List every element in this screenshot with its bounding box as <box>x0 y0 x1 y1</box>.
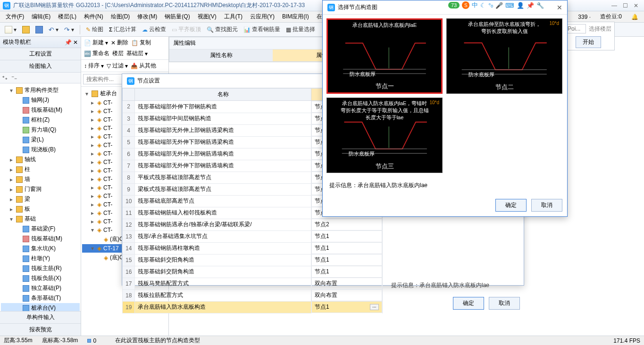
pin-icon[interactable]: 📌 <box>527 2 534 9</box>
tree-node[interactable]: ▸门窗洞 <box>1 184 80 194</box>
tree-node[interactable]: 轴网(J) <box>1 95 80 105</box>
find-element-button[interactable]: 🔍 查找图元 <box>205 25 240 34</box>
select-ok-button[interactable]: 确定 <box>495 199 527 212</box>
user-icon[interactable]: 👤 <box>517 2 524 9</box>
select-floor-link[interactable]: 选择楼层 <box>589 25 611 33</box>
quick-search-go[interactable]: 开始 <box>576 36 601 48</box>
tree-node[interactable]: ▸墙 <box>1 174 80 184</box>
tree-node[interactable]: 筏板负筋(X) <box>1 273 80 283</box>
tab-engineering-settings[interactable]: 工程设置 <box>0 48 81 60</box>
copy-component-button[interactable]: 📋复制 <box>131 39 151 47</box>
more-button[interactable]: ··· <box>370 304 378 310</box>
tree-node[interactable]: ▸轴线 <box>1 155 80 164</box>
select-cancel-button[interactable]: 取消 <box>531 199 562 212</box>
wrench-icon[interactable]: 🔧 <box>536 2 544 9</box>
tree-node[interactable]: 梁(L) <box>1 135 80 145</box>
tree-node[interactable]: 桩承台(V) <box>1 303 80 311</box>
table-row[interactable]: 14筏形基础钢筋遇柱墩构造节点1 <box>123 242 382 254</box>
draw-button[interactable]: 绘图 <box>84 25 105 34</box>
tree-node[interactable]: 框柱(Z) <box>1 115 80 125</box>
tab-draw-input[interactable]: 绘图输入 <box>0 60 81 73</box>
tree-node[interactable]: 独立基础(P) <box>1 283 80 293</box>
table-row[interactable]: 12筏形基础钢筋遇承台/独基/承台梁/基础联系梁/节点2 <box>123 219 382 230</box>
table-row[interactable]: 16筏形基础斜交阴角构造节点1 <box>123 266 382 278</box>
maximize-button[interactable]: ☐ <box>623 2 628 9</box>
tree-node[interactable]: ▾基础 <box>1 214 80 224</box>
tab-report-preview[interactable]: 报表预览 <box>0 323 81 336</box>
close-button[interactable]: ✕ <box>634 2 638 9</box>
table-row[interactable]: 19承台底筋锚入防水底板构造节点1··· <box>123 301 382 313</box>
tree-node[interactable]: ▸板 <box>1 204 80 214</box>
from-other-button[interactable]: 📥从其他 <box>131 62 156 70</box>
menu-tools[interactable]: 工具(T) <box>221 12 245 22</box>
rename-component-button[interactable]: 🔤重命名 <box>84 49 109 58</box>
menu-bim[interactable]: BIM应用(I) <box>279 12 312 22</box>
new-file-button[interactable]: ▾ <box>3 25 18 34</box>
tree-node[interactable]: 现浇板(B) <box>1 145 80 155</box>
window-controls: — ☐ ✕ <box>611 2 641 9</box>
collapse-icon[interactable]: ⁻₋ <box>11 74 17 81</box>
table-row[interactable]: 15筏形基础斜交阳角构造节点1 <box>123 254 382 266</box>
filter-button[interactable]: ▽过滤▾ <box>107 62 128 70</box>
sort-button[interactable]: ↕排序▾ <box>84 62 104 70</box>
tree-node[interactable]: 筏板基础(M) <box>1 234 80 244</box>
floor-select[interactable]: 基础层▾ <box>126 49 148 58</box>
view-rebar-button[interactable]: 📊 查看钢筋量 <box>242 25 282 34</box>
keyboard-icon[interactable]: ⌨ <box>505 2 514 9</box>
tree-node[interactable]: 筏板基础(M) <box>1 105 80 115</box>
nav-pin-icon[interactable]: 📌 ✕ <box>65 39 78 46</box>
redo-button[interactable]: ▾ <box>62 25 76 34</box>
diagram-thumbnail[interactable]: 承台底筋锚入防水底板内laE 防水底板厚 节点一 <box>326 18 443 94</box>
menu-rebar[interactable]: 钢筋量(Q) <box>162 12 192 22</box>
menu-cloud[interactable]: 云应用(Y) <box>247 12 277 22</box>
close-icon[interactable]: ✕ <box>557 4 562 11</box>
menu-edit[interactable]: 编辑(E) <box>29 12 53 22</box>
new-component-button[interactable]: 📄新建▾ <box>84 39 108 47</box>
sogou-icon[interactable]: S <box>462 1 469 9</box>
menu-draw[interactable]: 绘图(D) <box>108 12 133 22</box>
sum-button[interactable]: 汇总计算 <box>107 25 138 34</box>
moon-icon[interactable]: ☾ <box>480 2 486 9</box>
menu-component[interactable]: 构件(N) <box>81 12 106 22</box>
minimize-button[interactable]: — <box>611 2 617 9</box>
tree-node[interactable]: ▸梁 <box>1 194 80 204</box>
tree-node[interactable]: 集水坑(K) <box>1 244 80 254</box>
expand-icon[interactable]: ⁺₊ <box>2 74 8 81</box>
ime-mode[interactable]: 中 <box>472 1 478 9</box>
quick-search-input[interactable] <box>565 24 586 33</box>
cloud-check-button[interactable]: 云检查 <box>140 25 168 34</box>
node-col-name: 名称 <box>135 89 311 101</box>
tab-single-input[interactable]: 单构件输入 <box>0 311 81 323</box>
bell-icon[interactable]: 🔔 <box>628 13 641 21</box>
component-type-tree[interactable]: ▾常用构件类型轴网(J)筏板基础(M)框柱(Z)剪力墙(Q)梁(L)现浇板(B)… <box>0 83 81 311</box>
table-row[interactable]: 18筏板拉筋配置方式双向布置 <box>123 289 382 301</box>
open-file-button[interactable] <box>20 25 32 34</box>
menu-floor[interactable]: 楼层(L) <box>55 12 79 22</box>
delete-component-button[interactable]: ✕删除 <box>111 39 128 47</box>
save-file-button[interactable] <box>33 25 45 34</box>
tree-node[interactable]: ▾常用构件类型 <box>1 85 80 95</box>
menu-view[interactable]: 视图(V) <box>195 12 219 22</box>
tree-node[interactable]: 柱墩(Y) <box>1 254 80 263</box>
table-row[interactable]: 17筏板马凳筋配置方式双向布置 <box>123 278 382 289</box>
cloud-icon[interactable]: °₀ <box>488 2 493 9</box>
status-fps: 171.4 FPS <box>613 337 640 344</box>
status-zero: 0 <box>87 337 96 344</box>
dialog-icon: 钢 <box>327 4 335 11</box>
tree-node[interactable]: 筏板主筋(R) <box>1 263 80 273</box>
undo-button[interactable]: ▾ <box>47 25 60 34</box>
tree-node[interactable]: 条形基础(T) <box>1 293 80 303</box>
tree-node[interactable]: ▸柱 <box>1 164 80 174</box>
batch-select-button[interactable]: ▦ 批量选择 <box>284 25 317 34</box>
menu-file[interactable]: 文件(F) <box>3 12 27 22</box>
tree-node[interactable]: 剪力墙(Q) <box>1 125 80 135</box>
diagram-thumbnail[interactable]: 承台底筋伸至防水底板顶弯折，弯折长度取所输入值 10*d 防水底板厚 节点二 <box>446 18 562 94</box>
mic-icon[interactable]: 🎤 <box>495 2 503 9</box>
diagram-thumbnail[interactable]: 承台底筋锚入防水底板内laE，弯锚时弯折长度大于等于取所输入值，且总锚长度大于等… <box>326 98 443 173</box>
menu-modify[interactable]: 修改(M) <box>134 12 160 22</box>
node-hint: 提示信息：承台底筋锚入防水底板内lae <box>386 279 520 292</box>
tree-node[interactable]: 基础梁(F) <box>1 224 80 234</box>
node-cancel-button[interactable]: 取消 <box>489 297 520 310</box>
table-row[interactable]: 13筏形/承台基础遇集水坑节点节点1 <box>123 230 382 242</box>
node-ok-button[interactable]: 确定 <box>453 297 484 310</box>
